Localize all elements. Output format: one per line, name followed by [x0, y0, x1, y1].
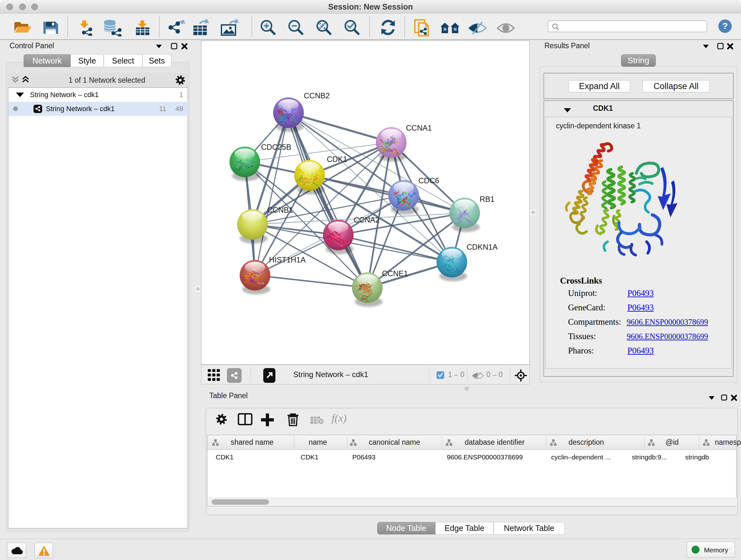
svg-text:HIST1H1A: HIST1H1A — [269, 255, 306, 264]
svg-text:CCNB2: CCNB2 — [304, 91, 330, 100]
svg-text:CDK1: CDK1 — [327, 155, 347, 164]
svg-text:CDC6: CDC6 — [418, 176, 439, 185]
svg-text:CCNA1: CCNA1 — [406, 124, 432, 132]
svg-text:?: ? — [722, 21, 728, 31]
svg-text:CCNB1: CCNB1 — [267, 206, 293, 214]
svg-text:CDC25B: CDC25B — [261, 143, 291, 151]
svg-text:CDKN1A: CDKN1A — [467, 243, 497, 251]
svg-text:CCNE1: CCNE1 — [382, 269, 408, 278]
svg-text:CCNA2: CCNA2 — [354, 215, 380, 224]
svg-text:RB1: RB1 — [480, 195, 495, 203]
